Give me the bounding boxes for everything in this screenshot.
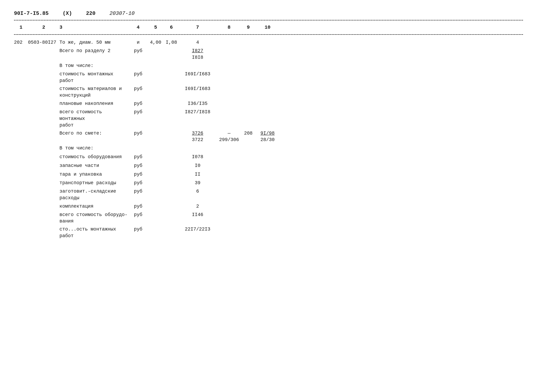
header-divider [14,34,523,35]
materials-value: I69I/I683 [178,86,217,99]
table-row: сто...ость монтажных работ руб 22I7/22I3 [14,225,523,240]
row-202-col7: 4 [178,39,217,46]
zapas-value: I0 [178,163,217,169]
tara-value: II [178,171,217,178]
plan-unit: руб [129,100,147,107]
vsego-montazh-label: всего стоимость монтажных работ [59,109,129,129]
vsego-oborud-unit: руб [129,212,147,225]
main-table: 202 0503-80I27 То же, диам. 50 мм и 4,00… [14,38,523,240]
tara-unit: руб [129,171,147,178]
vsego-razdel-value: I827 I8I8 [178,48,217,61]
table-row: Всего по смете: руб 3726 3722 — 299/306 … [14,130,523,144]
table-row: заготовит.-складские расходы руб 6 [14,187,523,202]
plan-label: плановые накопления [59,100,129,107]
montazh-value: I69I/I683 [178,71,217,84]
header: 90I-7-I5.85 (X) 220 20307-10 [14,10,523,16]
header-number: 220 [86,10,95,16]
table-row: В том числе: [14,61,523,70]
sto-montazh-label: сто...ость монтажных работ [59,226,129,239]
vsego-smeta-col10: 9I/98 28/30 [255,130,280,144]
col-header-9: 9 [241,25,255,30]
col-header-10: 10 [255,25,280,30]
montazh-unit: руб [129,71,147,84]
table-row: стоимость оборудования руб I078 [14,153,523,162]
empty [28,48,59,61]
vsego-smeta-col9: 208 [241,130,255,144]
empty [164,48,178,61]
transport-unit: руб [129,180,147,187]
sto-montazh-unit: руб [129,226,147,239]
header-code: 90I-7-I5.85 [14,10,49,16]
vsego-smeta-label: Всего по смете: [59,130,129,144]
row-202-col5: 4,00 [147,39,164,46]
table-row: стоимость монтажных работ руб I69I/I683 [14,70,523,85]
v-tom-chisle-2: В том числе: [59,145,129,152]
col-header-7: 7 [178,25,217,30]
vsego-oborud-label: всего стоимость оборудо- вания [59,212,129,225]
table-row: В том числе: [14,144,523,153]
table-row: Всего по разделу 2 руб I827 I8I8 [14,47,523,62]
col-header-1: 1 [14,25,28,30]
vsego-smeta-col8: — 299/306 [217,130,241,144]
col-header-3: 3 [59,25,129,30]
transport-label: транспортные расходы [59,180,129,187]
col-header-2: 2 [28,25,59,30]
zapas-label: запасные части [59,163,129,169]
col-header-6: 6 [164,25,178,30]
zapas-unit: руб [129,163,147,169]
table-row: всего стоимость оборудо- вания руб II46 [14,211,523,226]
vsego-montazh-unit: руб [129,109,147,129]
materials-label: стоимость материалов и конструкций [59,86,129,99]
table-row: запасные части руб I0 [14,162,523,170]
oborud-label: стоимость оборудования [59,154,129,160]
table-row: транспортные расходы руб 39 [14,179,523,187]
column-headers: 1 2 3 4 5 6 7 8 9 10 [14,22,523,33]
transport-value: 39 [178,180,217,187]
table-row: плановые накопления руб I36/I35 [14,99,523,108]
zagotov-label: заготовит.-складские расходы [59,188,129,201]
montazh-label: стоимость монтажных работ [59,71,129,84]
tara-label: тара и упаковка [59,171,129,178]
vsego-montazh-value: I827/I8I8 [178,109,217,129]
vsego-razdel-label: Всего по разделу 2 [59,48,129,61]
zagotov-value: 6 [178,188,217,201]
row-202-col3: То же, диам. 50 мм [59,39,129,46]
sto-montazh-value: 22I7/22I3 [178,226,217,239]
vsego-smeta-col7: 3726 3722 [178,130,217,144]
oborud-value: I078 [178,154,217,160]
col-header-8: 8 [217,25,241,30]
row-202-col2: 0503-80I27 [28,39,59,46]
komplekt-label: комплектация [59,203,129,210]
zagotov-unit: руб [129,188,147,201]
table-row: 202 0503-80I27 То же, диам. 50 мм и 4,00… [14,38,523,47]
oborud-unit: руб [129,154,147,160]
table-row: тара и упаковка руб II [14,170,523,179]
plan-value: I36/I35 [178,100,217,107]
row-202-col1: 202 [14,39,28,46]
col-header-5: 5 [147,25,164,30]
header-x: (X) [63,10,72,16]
table-row: стоимость материалов и конструкций руб I… [14,85,523,100]
row-202-col4: и [129,39,147,46]
top-divider [14,20,523,20]
header-italic-code: 20307-10 [109,10,135,16]
vsego-smeta-unit: руб [129,130,147,144]
materials-unit: руб [129,86,147,99]
row-202-col6: I,08 [164,39,178,46]
col-header-4: 4 [129,25,147,30]
vsego-oborud-value: II46 [178,212,217,225]
empty [14,48,28,61]
empty [147,48,164,61]
v-tom-chisle-1: В том числе: [59,63,129,69]
table-row: всего стоимость монтажных работ руб I827… [14,108,523,129]
vsego-razdel-unit: руб [129,48,147,61]
komplekt-unit: руб [129,203,147,210]
table-row: комплектация руб 2 [14,202,523,211]
komplekt-value: 2 [178,203,217,210]
